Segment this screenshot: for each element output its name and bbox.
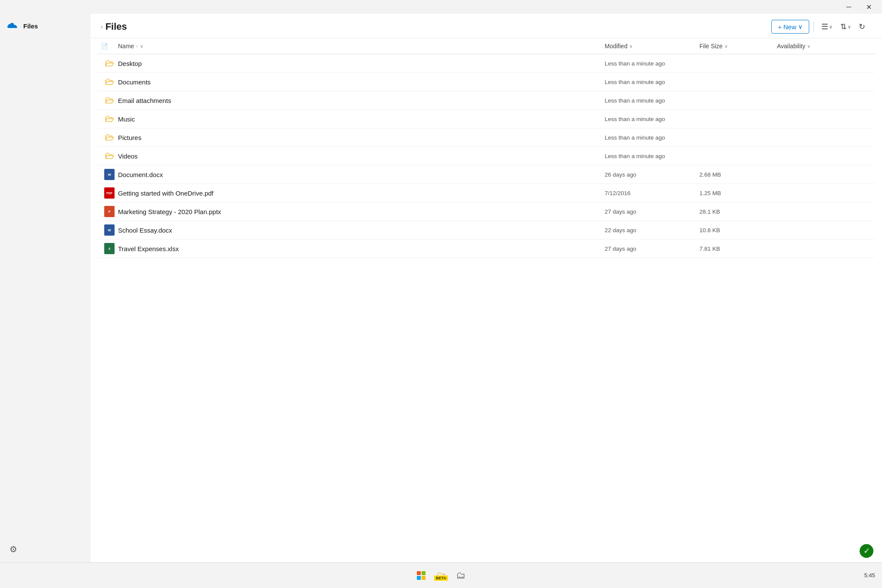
name-chevron-icon: ∨ [140,44,143,49]
windows-logo-icon [417,571,425,580]
system-clock: 5:45 [864,572,875,579]
file-icon-cell: 🗁 [101,95,118,106]
file-icon-cell: X [101,243,118,254]
file-modified: 27 days ago [605,208,699,215]
col-header-filesize[interactable]: File Size ∨ [699,43,777,50]
file-icon-cell: P [101,206,118,217]
col-header-icon: 📄 [101,43,118,50]
new-button-label: New [783,23,796,31]
svg-rect-2 [417,576,421,580]
file-icon-cell: 🗁 [101,58,118,69]
file-modified: 27 days ago [605,246,699,252]
file-icon-cell: W [101,169,118,180]
file-size: 1.25 MB [699,190,777,196]
pdf-icon: PDF [104,187,115,199]
file-name: Getting started with OneDrive.pdf [118,190,605,197]
table-row[interactable]: X Travel Expenses.xlsx 27 days ago 7.81 … [97,240,875,258]
files-taskbar-icon: 🗂 [456,570,466,581]
file-modified: 7/12/2016 [605,190,699,196]
file-icon-cell: PDF [101,187,118,199]
folder-icon: 🗁 [105,132,114,143]
folder-icon: 🗁 [105,150,114,162]
new-button[interactable]: + New ∨ [771,20,809,34]
col-header-availability[interactable]: Availability ∨ [777,43,872,50]
refresh-button[interactable]: ↻ [856,20,868,34]
docx-icon: W [104,224,115,236]
sort-chevron-icon: ∨ [848,24,851,30]
pptx-icon: P [104,206,115,217]
sidebar-header: Files [0,17,90,34]
filesize-chevron-icon: ∨ [724,44,728,49]
docx-icon: W [104,169,115,180]
title-bar: ─ ✕ [0,0,882,14]
name-col-label: Name [118,43,134,50]
file-type-icon-header: 📄 [101,43,108,50]
status-check-icon: ✓ [863,546,870,556]
table-row[interactable]: 🗁 Desktop Less than a minute ago [97,54,875,73]
file-modified: Less than a minute ago [605,79,699,85]
col-header-name[interactable]: Name ↑ ∨ [118,43,605,50]
file-name: Videos [118,152,605,160]
sort-options-button[interactable]: ⇅ ∨ [837,20,854,34]
minimize-button[interactable]: ─ [839,0,859,14]
file-name: Pictures [118,134,605,141]
modified-chevron-icon: ∨ [629,44,633,49]
settings-button[interactable]: ⚙ [7,541,84,557]
taskbar-center: 🗂 BETA 🗂 [413,568,469,583]
onedrive-status-badge[interactable]: ✓ [860,544,873,558]
windows-start-button[interactable] [413,568,429,583]
table-row[interactable]: P Marketing Strategy - 2020 Plan.pptx 27… [97,202,875,221]
new-plus-icon: + [778,23,782,31]
table-row[interactable]: 🗁 Music Less than a minute ago [97,110,875,128]
file-name: Document.docx [118,171,605,178]
filesize-col-label: File Size [699,43,723,50]
file-icon-cell: W [101,224,118,236]
taskbar-files-button[interactable]: 🗂 [453,568,469,583]
file-name: Documents [118,78,605,86]
file-name: Marketing Strategy - 2020 Plan.pptx [118,208,605,215]
name-sort-icon: ↑ [136,44,138,49]
file-name: Email attachments [118,97,605,104]
file-size: 28.1 KB [699,208,777,215]
file-explorer-taskbar-icon[interactable]: 🗂 BETA [436,569,446,582]
sidebar-bottom: ⚙ [0,536,90,562]
modified-col-label: Modified [605,43,627,50]
file-size: 2.68 MB [699,171,777,178]
availability-chevron-icon: ∨ [807,44,811,49]
file-icon-cell: 🗁 [101,76,118,87]
app-body: Files ⚙ › Files + New ∨ ☰ [0,14,882,562]
file-modified: 22 days ago [605,227,699,233]
table-row[interactable]: PDF Getting started with OneDrive.pdf 7/… [97,184,875,202]
app-title: Files [23,22,38,30]
file-modified: Less than a minute ago [605,134,699,141]
folder-icon: 🗁 [105,76,114,87]
view-list-icon: ☰ [821,22,828,31]
file-modified: Less than a minute ago [605,116,699,122]
svg-rect-3 [422,576,425,580]
file-name: Desktop [118,60,605,67]
file-name: School Essay.docx [118,227,605,234]
table-row[interactable]: W Document.docx 26 days ago 2.68 MB [97,165,875,184]
page-title: Files [106,21,127,32]
top-bar: › Files + New ∨ ☰ ∨ ⇅ ∨ ↻ [90,14,882,38]
file-size: 7.81 KB [699,246,777,252]
table-row[interactable]: 🗁 Email attachments Less than a minute a… [97,91,875,110]
close-button[interactable]: ✕ [859,0,879,14]
file-name: Travel Expenses.xlsx [118,245,605,252]
file-size: 10.8 KB [699,227,777,233]
file-icon-cell: 🗁 [101,150,118,162]
table-row[interactable]: 🗁 Videos Less than a minute ago [97,147,875,165]
settings-icon: ⚙ [9,544,17,554]
sidebar: Files ⚙ [0,14,90,562]
table-row[interactable]: W School Essay.docx 22 days ago 10.8 KB [97,221,875,240]
table-row[interactable]: 🗁 Documents Less than a minute ago [97,73,875,91]
col-header-modified[interactable]: Modified ∨ [605,43,699,50]
file-list: 📄 Name ↑ ∨ Modified ∨ File Size ∨ Availa… [90,38,882,562]
file-modified: Less than a minute ago [605,60,699,67]
availability-col-label: Availability [777,43,805,50]
xlsx-icon: X [104,243,115,254]
view-options-button[interactable]: ☰ ∨ [818,20,835,34]
folder-icon: 🗁 [105,113,114,124]
toolbar-divider [814,22,814,32]
table-row[interactable]: 🗁 Pictures Less than a minute ago [97,128,875,147]
